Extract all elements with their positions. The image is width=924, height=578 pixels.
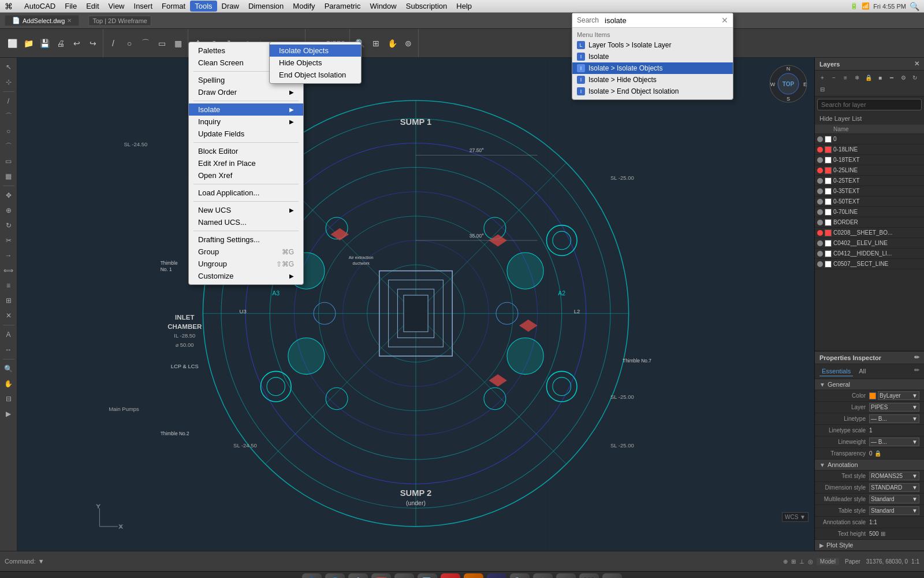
lt-polyline[interactable]: ⌒ (2, 109, 16, 123)
lt-move[interactable]: ✥ (2, 188, 16, 202)
search-input[interactable] (605, 16, 718, 25)
lt-select[interactable]: ↖ (2, 60, 16, 74)
menu-item-blockeditor[interactable]: Block Editor (189, 145, 303, 157)
props-layer-dropdown[interactable]: PIPES ▼ (869, 403, 919, 412)
toolbar-pan[interactable]: ✋ (385, 36, 400, 51)
layer-collapse-btn[interactable]: ⊟ (817, 84, 828, 94)
lt-matchprop[interactable]: ▶ (2, 407, 16, 421)
layer-color-btn[interactable]: ■ (875, 72, 885, 83)
props-tab-essentials[interactable]: Essentials (819, 366, 853, 376)
layer-list-item[interactable]: 0-25LINE (815, 165, 924, 176)
toolbar-redo[interactable]: ↪ (85, 36, 100, 51)
menu-draw[interactable]: Draw (217, 1, 244, 12)
menu-item-updatefields[interactable]: Update Fields (189, 128, 303, 140)
menu-file[interactable]: File (60, 1, 81, 12)
menu-window[interactable]: Window (365, 1, 401, 12)
layer-list-item[interactable]: 0-50TEXT (815, 197, 924, 207)
lt-zoom[interactable]: 🔍 (2, 362, 16, 376)
menu-item-customize[interactable]: Customize (189, 270, 303, 282)
search-icon[interactable]: 🔍 (910, 2, 919, 11)
ortho-icon[interactable]: ⊥ (799, 558, 804, 565)
toolbar-save[interactable]: 💾 (37, 36, 52, 51)
props-tab-all[interactable]: All (856, 366, 868, 376)
layer-search-input[interactable] (817, 99, 922, 110)
search-result-layer-tools[interactable]: L Layer Tools > Isolate Layer (572, 39, 733, 51)
props-annotation-section[interactable]: ▼ Annotation (815, 460, 924, 470)
props-tablestyle-value[interactable]: Standard ▼ (869, 506, 919, 515)
search-result-end-isolation[interactable]: I Isolate > End Object Isolation (572, 86, 733, 97)
menu-item-isolate[interactable]: Isolate (189, 103, 303, 116)
menu-format[interactable]: Format (157, 1, 190, 12)
dock-security[interactable]: 🔒 (533, 573, 553, 579)
lt-copy[interactable]: ⊕ (2, 203, 16, 217)
props-mlstyle-value[interactable]: Standard ▼ (869, 495, 919, 503)
props-mlstyle-dropdown[interactable]: Standard ▼ (869, 495, 919, 503)
lt-pick[interactable]: ⊹ (2, 75, 16, 89)
props-annscale-value[interactable]: 1:1 (869, 519, 919, 525)
lt-extend[interactable]: → (2, 249, 16, 262)
model-label[interactable]: Model (817, 558, 839, 565)
layer-list-item[interactable]: 0-18LINE (815, 144, 924, 155)
props-general-section[interactable]: ▼ General (815, 379, 924, 390)
lt-properties[interactable]: ⊟ (2, 392, 16, 406)
lt-pan[interactable]: ✋ (2, 377, 16, 391)
lt-offset[interactable]: ≡ (2, 279, 16, 292)
lt-arc[interactable]: ⌒ (2, 139, 16, 153)
properties-edit-icon[interactable]: ✏ (914, 354, 919, 361)
props-textheight-value[interactable]: 500 ⊞ (869, 531, 919, 537)
dock-calendar[interactable]: 📅 (371, 573, 391, 579)
search-result-hide-objects[interactable]: I Isolate > Hide Objects (572, 74, 733, 86)
dock-autocad[interactable]: A (441, 573, 460, 579)
props-lweight-value[interactable]: — B... ▼ (869, 438, 919, 446)
toolbar-orbit[interactable]: ⊚ (401, 36, 416, 51)
layer-list-item[interactable]: C0507__SECT_LINE (815, 259, 924, 269)
layer-list-item[interactable]: 0-35TEXT (815, 186, 924, 197)
toolbar-circle[interactable]: ○ (122, 36, 137, 51)
dock-acrobat[interactable]: 📄 (418, 573, 437, 579)
grid-icon[interactable]: ⊞ (791, 558, 796, 565)
props-dimstyle-dropdown[interactable]: STANDARD ▼ (869, 483, 919, 492)
lt-dimension[interactable]: ↔ (2, 343, 16, 357)
toolbar-line[interactable]: / (106, 36, 121, 51)
paper-label[interactable]: Paper (843, 558, 863, 565)
props-textstyle-dropdown[interactable]: ROMANS25 ▼ (869, 472, 919, 480)
props-color-dropdown[interactable]: ByLayer ▼ (878, 391, 919, 400)
menu-item-editxref[interactable]: Edit Xref in Place (189, 157, 303, 169)
menu-item-hide-objects[interactable]: Hide Objects (270, 57, 361, 69)
lt-erase[interactable]: ✕ (2, 309, 16, 323)
dock-trash[interactable]: 🗑 (602, 573, 622, 579)
search-result-isolate[interactable]: I Isolate (572, 51, 733, 62)
props-layer-value[interactable]: PIPES ▼ (869, 403, 919, 412)
menu-item-draftingsettings[interactable]: Drafting Settings... (189, 234, 303, 246)
dock-mail[interactable]: ✉️ (394, 573, 414, 579)
menu-item-loadapp[interactable]: Load Application... (189, 187, 303, 199)
lt-trim[interactable]: ✂ (2, 234, 16, 247)
toolbar-undo[interactable]: ↩ (69, 36, 84, 51)
menu-dimension[interactable]: Dimension (244, 1, 288, 12)
dock-app1[interactable]: 🔧 (510, 573, 530, 579)
layer-list-item[interactable]: 0-18TEXT (815, 155, 924, 165)
dock-photos[interactable]: 🖼 (579, 573, 599, 579)
menu-item-group[interactable]: Group ⌘G (189, 246, 303, 258)
layer-refresh-btn[interactable]: ↻ (910, 72, 920, 83)
layer-list-item[interactable]: C0208__SHEET_BO... (815, 228, 924, 238)
menu-subscription[interactable]: Subscription (401, 1, 452, 12)
layer-list-item[interactable]: C0412__HIDDEN_LI... (815, 249, 924, 259)
props-lweight-dropdown[interactable]: — B... ▼ (869, 438, 919, 446)
menu-item-end-isolation[interactable]: End Object Isolation (270, 69, 361, 81)
props-textstyle-value[interactable]: ROMANS25 ▼ (869, 472, 919, 480)
file-tab-active[interactable]: 📄 AddSelect.dwg ✕ (5, 15, 79, 26)
menu-item-ungroup[interactable]: Ungroup ⇧⌘G (189, 258, 303, 270)
props-ltscale-value[interactable]: 1 (869, 427, 919, 433)
lt-mirror[interactable]: ⟺ (2, 264, 16, 277)
search-clear-icon[interactable]: ✕ (721, 16, 728, 25)
props-linetype-dropdown[interactable]: — B... ▼ (869, 414, 919, 423)
props-plotstyle-section[interactable]: ▶ Plot Style (815, 540, 924, 551)
toolbar-open[interactable]: 📁 (21, 36, 36, 51)
lt-rect[interactable]: ▭ (2, 154, 16, 168)
toolbar-rect[interactable]: ▭ (154, 36, 169, 51)
layer-new-btn[interactable]: + (817, 72, 828, 83)
layers-close-icon[interactable]: ✕ (914, 60, 919, 68)
layer-list-item[interactable]: C0402__ELEV_LINE (815, 238, 924, 249)
snap-icon[interactable]: ⊕ (783, 558, 788, 565)
